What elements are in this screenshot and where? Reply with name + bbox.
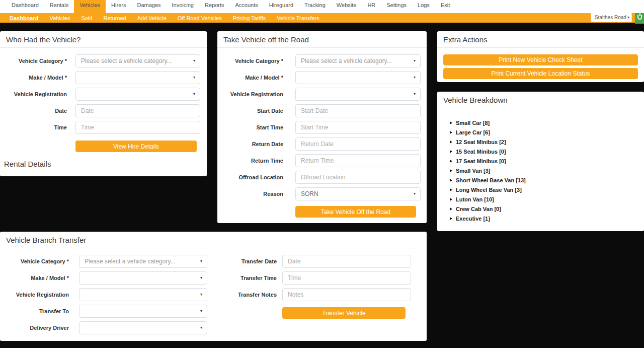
tree-item-executive[interactable]: Executive [1] [450,214,644,223]
field-label: Vehicle Category * [0,58,67,64]
transfer-to-select[interactable]: ▾ [79,305,207,318]
who-had-vehicle-panel: Who Had the Vehicle? Vehicle Category * … [0,31,207,176]
subnav-off-road-vehicles[interactable]: Off Road Vehicles [172,15,227,21]
vehicles-sub-navigation: Dashboard Vehicles Sold Returned Add Veh… [0,13,644,23]
field-label: Return Date [217,141,283,147]
tree-item-15-seat-minibus[interactable]: 15 Seat Minibus [0] [450,147,644,156]
vehicle-registration-select[interactable]: ▾ [295,88,421,101]
topnav-accounts[interactable]: Accounts [229,0,263,13]
field-label: Vehicle Category * [0,258,69,264]
caret-right-icon [450,141,452,144]
topnav-exit[interactable]: Exit [435,0,455,13]
vehicle-registration-select[interactable]: ▾ [75,88,200,101]
field-label: Transfer Date [215,258,277,264]
start-time-input[interactable] [295,121,421,134]
tree-item-17-seat-minibus[interactable]: 17 Seat Minibus [0] [450,156,644,166]
caret-right-icon [450,198,452,201]
chevron-down-icon: ▾ [200,259,202,263]
tree-item-long-wheel-base-van[interactable]: Long Wheel Base Van [3] [450,185,644,194]
topnav-hirers[interactable]: Hirers [106,0,131,13]
subnav-returned[interactable]: Returned [98,15,131,21]
chevron-down-icon: ▾ [414,92,416,96]
vehicle-category-select[interactable]: Please select a vehicle category... ▾ [295,54,421,67]
field-label: Transfer Time [215,275,277,281]
caret-right-icon [450,217,452,220]
vehicle-category-select[interactable]: Please select a vehicle category... ▾ [79,255,207,268]
make-model-select[interactable]: ▾ [79,271,207,285]
branch-select[interactable]: Staithes Road ▾ [591,13,632,22]
vehicle-branch-transfer-panel: Vehicle Branch Transfer Vehicle Category… [0,232,427,341]
caret-right-icon [450,169,452,172]
topnav-rentals[interactable]: Rentals [44,0,74,13]
topnav-hireguard[interactable]: Hireguard [264,0,299,13]
tree-item-small-car[interactable]: Small Car [8] [450,118,644,127]
topnav-tracking[interactable]: Tracking [299,0,331,13]
field-label: Time [0,124,67,130]
reason-select[interactable]: SORN ▾ [295,187,421,200]
subnav-pricing-tariffs[interactable]: Pricing Tariffs [227,15,272,21]
transfer-date-input[interactable] [282,255,411,268]
subnav-vehicle-transfers[interactable]: Vehicle Transfers [271,15,325,21]
subnav-add-vehicle[interactable]: Add Vehicle [132,15,172,21]
start-date-input[interactable] [295,104,421,117]
chevron-down-icon: ▾ [200,293,202,297]
field-label: Vehicle Registration [217,91,283,97]
field-label: Vehicle Category * [217,58,283,64]
field-label: Date [0,108,67,114]
vehicle-category-select[interactable]: Please select a vehicle category... ▾ [75,54,200,67]
date-input[interactable] [75,104,200,117]
take-vehicle-off-road-button[interactable]: Take Vehicle Off the Road [295,206,416,218]
return-time-input[interactable] [295,154,421,167]
tree-item-short-wheel-base-van[interactable]: Short Wheel Base Van [13] [450,175,644,185]
panel-title: Extra Actions [443,35,488,44]
offroad-location-input[interactable] [295,171,421,184]
extra-actions-panel: Extra Actions Print New Vehicle Check Sh… [437,31,644,82]
return-date-input[interactable] [295,137,421,151]
topnav-reports[interactable]: Reports [199,0,230,13]
caret-right-icon [450,179,452,182]
topnav-vehicles[interactable]: Vehicles [74,0,106,13]
topnav-hr[interactable]: HR [362,0,381,13]
tree-item-large-car[interactable]: Large Car [6] [450,127,644,137]
make-model-select[interactable]: ▾ [75,71,200,84]
panel-title: Who Had the Vehicle? [6,35,80,44]
tree-item-12-seat-minibus[interactable]: 12 Seat Minibus [2] [450,137,644,147]
topnav-website[interactable]: Website [331,0,362,13]
topnav-settings[interactable]: Settings [381,0,412,13]
tree-item-crew-cab-van[interactable]: Crew Cab Van [0] [450,204,644,214]
print-new-vehicle-check-sheet-button[interactable]: Print New Vehicle Check Sheet [443,54,638,65]
topnav-logs[interactable]: Logs [412,0,435,13]
panel-title: Vehicle Breakdown [443,96,508,104]
time-input[interactable] [75,121,200,134]
lock-button[interactable] [635,12,644,24]
delivery-driver-select[interactable]: ▾ [79,321,207,334]
subnav-vehicles[interactable]: Vehicles [44,15,75,21]
field-label: Transfer To [0,308,69,314]
make-model-select[interactable]: ▾ [295,71,421,84]
topnav-invoicing[interactable]: Invoicing [167,0,199,13]
subnav-sold[interactable]: Sold [75,15,98,21]
tree-item-luton-van[interactable]: Luton Van [10] [450,194,644,204]
subnav-dashboard[interactable]: Dashboard [4,15,44,21]
chevron-down-icon: ▾ [193,59,195,63]
caret-right-icon [450,160,452,163]
transfer-vehicle-button[interactable]: Transfer Vehicle [282,307,406,319]
print-current-vehicle-location-status-button[interactable]: Print Current Vehicle Location Status [443,68,638,79]
transfer-notes-input[interactable] [282,288,411,301]
vehicle-registration-select[interactable]: ▾ [79,288,207,301]
caret-right-icon [450,121,452,124]
topnav-dashboard[interactable]: Dashboard [6,0,44,13]
field-label: Make / Model * [0,75,67,81]
transfer-time-input[interactable] [282,271,411,285]
panel-title: Vehicle Branch Transfer [6,236,86,244]
caret-right-icon [450,207,452,211]
chevron-down-icon: ▾ [414,59,416,63]
top-navigation: Dashboard Rentals Vehicles Hirers Damage… [0,0,644,13]
view-hire-details-button[interactable]: View Hire Details [75,141,197,152]
topnav-damages[interactable]: Damages [131,0,166,13]
tree-item-small-van[interactable]: Small Van [3] [450,166,644,175]
chevron-down-icon: ▾ [193,76,195,80]
field-label: Vehicle Registration [0,91,67,97]
caret-right-icon [450,150,452,153]
chevron-down-icon: ▾ [200,276,202,280]
